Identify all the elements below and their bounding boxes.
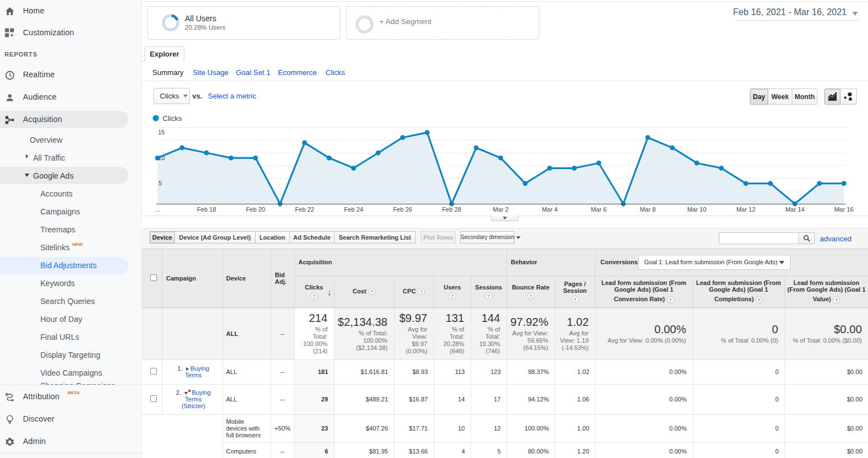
svg-text:Mar 6: Mar 6 bbox=[591, 206, 606, 213]
svg-text:Feb 18: Feb 18 bbox=[197, 206, 216, 213]
svg-text:...: ... bbox=[155, 206, 160, 213]
svg-text:Feb 22: Feb 22 bbox=[295, 206, 314, 213]
svg-text:Mar 16: Mar 16 bbox=[834, 206, 853, 213]
svg-text:Mar 2: Mar 2 bbox=[493, 206, 508, 213]
svg-text:Feb 24: Feb 24 bbox=[344, 206, 363, 213]
svg-text:15: 15 bbox=[158, 129, 165, 135]
svg-text:5: 5 bbox=[159, 180, 162, 186]
svg-text:Mar 10: Mar 10 bbox=[687, 206, 706, 213]
svg-text:Mar 4: Mar 4 bbox=[542, 206, 558, 213]
svg-text:Feb 26: Feb 26 bbox=[393, 206, 412, 213]
svg-text:Clicks: Clicks bbox=[163, 114, 182, 123]
svg-text:Mar 8: Mar 8 bbox=[640, 206, 656, 213]
svg-text:Feb 28: Feb 28 bbox=[442, 206, 461, 213]
svg-text:Mar 12: Mar 12 bbox=[736, 206, 755, 213]
svg-text:Mar 14: Mar 14 bbox=[785, 206, 804, 213]
svg-text:Feb 20: Feb 20 bbox=[246, 206, 265, 213]
